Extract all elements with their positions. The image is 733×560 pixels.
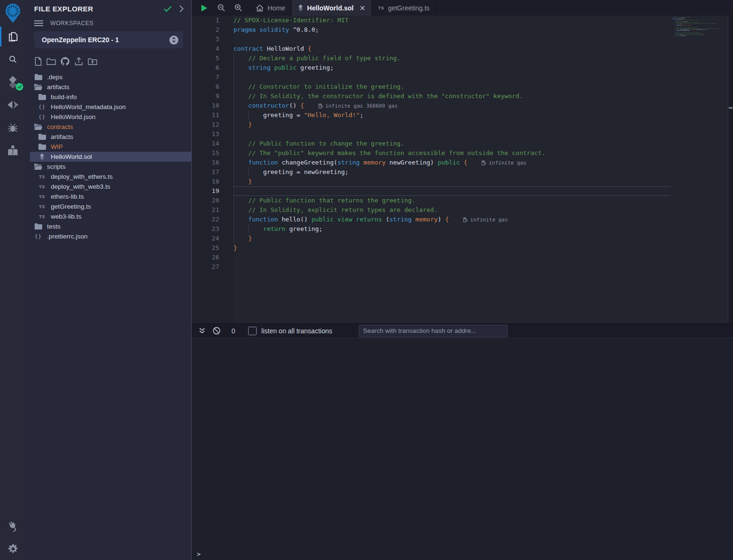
tree-item-label: scripts <box>47 163 65 170</box>
code-line <box>233 253 670 262</box>
tree-item-label: artifacts <box>51 133 73 140</box>
folder-icon <box>34 223 42 230</box>
tree-file[interactable]: TSdeploy_with_web3.ts <box>30 182 191 192</box>
line-number: 4 <box>192 44 233 54</box>
search-icon[interactable] <box>0 48 26 71</box>
upload-folder-icon[interactable] <box>88 57 97 65</box>
line-number: 24 <box>192 234 233 243</box>
line-number: 22 <box>192 215 233 224</box>
tree-file[interactable]: {}HelloWorld_metadata.json <box>30 102 191 112</box>
code-line <box>233 186 670 196</box>
code-editor[interactable]: 1234567891011121314151617181920212223242… <box>192 16 733 323</box>
tree-folder[interactable]: artifacts <box>30 82 191 92</box>
ts-icon: TS <box>38 174 46 179</box>
debugger-icon[interactable] <box>0 116 26 139</box>
close-icon[interactable] <box>360 5 365 11</box>
learneth-icon[interactable] <box>0 139 26 162</box>
hamburger-menu-icon[interactable] <box>34 20 43 27</box>
tree-file[interactable]: {}HelloWorld.json <box>30 112 191 122</box>
code-line <box>233 73 670 82</box>
line-number: 20 <box>192 196 233 205</box>
code-line: string public greeting; <box>233 63 670 73</box>
check-icon[interactable] <box>164 6 172 12</box>
gas-estimate-badge: infinite gas <box>482 158 526 168</box>
editor-scrollbar[interactable] <box>728 16 733 323</box>
line-number: 5 <box>192 54 233 63</box>
scrollbar-thumb[interactable] <box>729 107 733 109</box>
terminal-output[interactable]: > <box>192 338 733 560</box>
tree-file[interactable]: HelloWorld.sol <box>30 152 191 162</box>
compile-success-badge <box>16 83 23 91</box>
line-number: 14 <box>192 139 233 148</box>
new-folder-icon[interactable] <box>46 57 56 65</box>
tree-folder[interactable]: tests <box>30 221 191 231</box>
tree-item-label: artifacts <box>47 83 69 91</box>
github-icon[interactable] <box>60 57 70 66</box>
folder-open-icon <box>34 164 42 170</box>
workspace-switch-icon[interactable] <box>169 36 178 45</box>
solidity-icon <box>38 153 46 160</box>
folder-icon <box>38 94 46 100</box>
tree-folder[interactable]: build-info <box>30 92 191 102</box>
tree-item-label: ethers-lib.ts <box>51 193 84 200</box>
chevron-right-icon[interactable] <box>179 5 184 12</box>
tab-helloworld-sol[interactable]: HelloWorld.sol <box>292 0 372 16</box>
code-line: // In Solidity, the constructor is defin… <box>233 92 670 101</box>
home-icon <box>256 4 264 12</box>
folder-icon <box>38 144 46 150</box>
tree-file[interactable]: TSweb3-lib.ts <box>30 211 191 221</box>
tree-folder[interactable]: contracts <box>30 122 191 132</box>
code-line <box>233 35 670 44</box>
file-explorer-icon[interactable] <box>0 25 26 48</box>
remix-logo-icon[interactable] <box>2 1 24 24</box>
tree-item-label: HelloWorld.json <box>51 113 95 120</box>
zoom-in-icon[interactable] <box>234 4 242 12</box>
run-icon[interactable] <box>200 4 208 12</box>
new-file-icon[interactable] <box>34 57 42 66</box>
tree-folder[interactable]: artifacts <box>30 132 191 142</box>
workspace-name: OpenZeppelin ERC20 - 1 <box>42 36 169 44</box>
line-number: 21 <box>192 205 233 215</box>
tree-item-label: WIP <box>51 143 63 150</box>
listen-transactions-checkbox[interactable] <box>248 327 257 335</box>
workspace-select[interactable]: OpenZeppelin ERC20 - 1 <box>34 31 183 48</box>
tree-file[interactable]: {}.prettierrc.json <box>30 231 191 241</box>
tree-folder[interactable]: WIP <box>30 142 191 152</box>
solidity-compiler-icon[interactable] <box>0 71 26 93</box>
tab-getgreeting-ts[interactable]: TSgetGreeting.ts <box>372 0 436 16</box>
tree-file[interactable]: TSethers-lib.ts <box>30 192 191 202</box>
terminal-search-input[interactable] <box>359 325 508 337</box>
zoom-out-icon[interactable] <box>217 4 225 12</box>
json-icon: {} <box>38 104 46 110</box>
tab-label: HelloWorld.sol <box>307 4 353 12</box>
expand-terminal-icon[interactable] <box>199 328 205 334</box>
remix-ide-window: FILE EXPLORER WORKSPACES OpenZeppelin ER… <box>0 0 733 560</box>
line-number: 2 <box>192 25 233 35</box>
code-line: } <box>233 177 670 186</box>
line-number: 27 <box>192 262 233 272</box>
tree-file[interactable]: TSdeploy_with_ethers.ts <box>30 172 191 182</box>
ts-icon: TS <box>38 214 46 219</box>
tree-item-label: .prettierrc.json <box>47 233 88 240</box>
line-number: 10 <box>192 101 233 110</box>
code-line <box>233 129 670 139</box>
code-line: // The "public" keyword makes the functi… <box>233 148 670 158</box>
tree-folder[interactable]: scripts <box>30 162 191 172</box>
code-content[interactable]: // SPDX-License-Identifier: MITpragma so… <box>233 16 670 323</box>
minimap[interactable]: // SPDX-License-Identifier: MITpragma so… <box>672 17 721 38</box>
clear-console-icon[interactable] <box>213 327 221 335</box>
line-number: 1 <box>192 16 233 25</box>
line-number: 7 <box>192 73 233 82</box>
upload-file-icon[interactable] <box>74 57 84 66</box>
line-number: 9 <box>192 92 233 101</box>
settings-icon[interactable] <box>0 537 26 560</box>
plugin-manager-icon[interactable] <box>0 514 26 537</box>
line-number: 8 <box>192 82 233 92</box>
tree-file[interactable]: TSgetGreeting.ts <box>30 202 191 211</box>
tree-folder[interactable]: .deps <box>30 72 191 82</box>
line-number: 18 <box>192 177 233 186</box>
deploy-run-icon[interactable] <box>0 93 26 116</box>
line-number: 26 <box>192 253 233 262</box>
code-line: } <box>233 234 670 243</box>
tab-home[interactable]: Home <box>250 0 292 16</box>
